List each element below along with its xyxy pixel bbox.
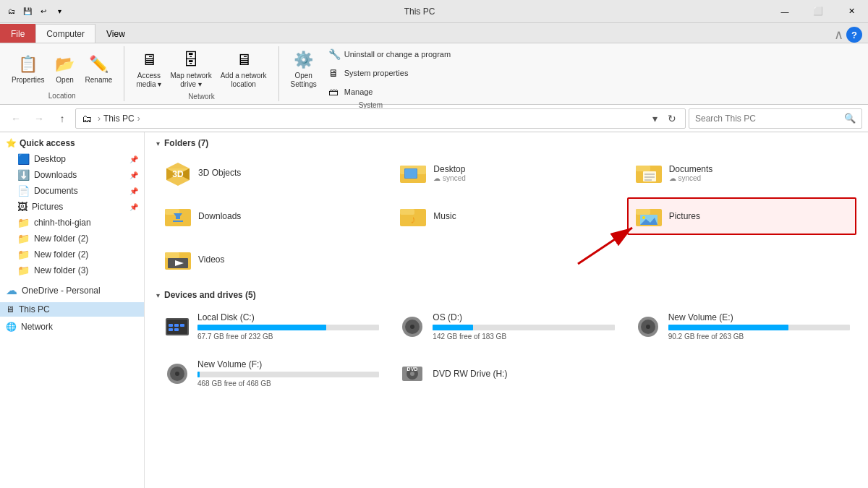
sidebar: ⭐ Quick access 🟦 Desktop 📌 ⬇️ Downloads …	[0, 132, 145, 488]
sidebar-item-new-folder-2b[interactable]: 📁 New folder (2)	[0, 247, 144, 262]
drive-space-c: 67.7 GB free of 232 GB	[197, 333, 379, 341]
undo-icon[interactable]: ↩	[38, 6, 49, 17]
sidebar-item-documents[interactable]: 📄 Documents 📌	[0, 183, 144, 199]
open-settings-button[interactable]: ⚙️ OpenSettings	[288, 46, 320, 91]
open-button[interactable]: 📂 Open	[51, 51, 80, 87]
maximize-button[interactable]: ⬜	[801, 0, 835, 23]
sidebar-section-this-pc: 🖥 This PC	[0, 302, 144, 317]
address-path[interactable]: 🗂 › This PC › ▾ ↻	[75, 108, 686, 129]
svg-point-49	[175, 372, 179, 376]
network-icon: 🌐	[6, 322, 17, 332]
sidebar-item-network[interactable]: 🌐 Network	[0, 320, 144, 334]
drive-item-d[interactable]: OS (D:) 142 GB free of 183 GB	[391, 306, 621, 347]
folder-item-3d-objects[interactable]: 3D 3D Objects	[156, 154, 386, 192]
search-input[interactable]	[695, 114, 844, 124]
folder-item-pictures[interactable]: Pictures	[627, 197, 856, 235]
system-props-button[interactable]: 🖥 System properties	[326, 65, 454, 81]
sidebar-item-onedrive[interactable]: ☁ OneDrive - Personal	[0, 281, 144, 299]
rename-button[interactable]: ✏️ Rename	[82, 51, 116, 87]
save-icon[interactable]: 💾	[22, 6, 33, 17]
map-network-icon: 🗄	[179, 48, 203, 72]
uninstall-label: Uninstall or change a program	[344, 50, 451, 59]
drive-icon-f	[163, 361, 192, 387]
folder-icon-downloads	[163, 203, 192, 229]
folder-item-music[interactable]: ♪ Music	[391, 197, 621, 235]
close-button[interactable]: ✕	[835, 0, 868, 23]
drive-item-c[interactable]: Local Disk (C:) 67.7 GB free of 232 GB	[156, 306, 386, 347]
ribbon-group-system: ⚙️ OpenSettings 🔧 Uninstall or change a …	[285, 46, 463, 101]
window-controls: — ⬜ ✕	[768, 0, 868, 23]
folder-item-downloads[interactable]: Downloads	[156, 197, 386, 235]
sidebar-item-chinh-thoi-gian[interactable]: 📁 chinh-thoi-gian	[0, 215, 144, 231]
uninstall-icon: 🔧	[328, 48, 341, 61]
minimize-button[interactable]: —	[768, 0, 801, 23]
add-network-button[interactable]: 🖥 Add a networklocation	[218, 46, 270, 91]
sidebar-item-new-folder-3[interactable]: 📁 New folder (3)	[0, 262, 144, 278]
help-icon[interactable]: ?	[846, 27, 862, 43]
location-group-label: Location	[48, 92, 76, 101]
refresh-button[interactable]: ↻	[665, 111, 679, 126]
up-button[interactable]: ↑	[52, 108, 72, 129]
tab-view[interactable]: View	[95, 24, 136, 43]
sidebar-item-pictures[interactable]: 🖼 Pictures 📌	[0, 199, 144, 215]
desktop-cloud-sync: ☁ synced	[433, 174, 465, 182]
location-buttons: 📋 Properties 📂 Open ✏️ Rename	[9, 46, 115, 90]
map-network-button[interactable]: 🗄 Map networkdrive ▾	[167, 46, 214, 91]
devices-title: Devices and drives (5)	[164, 290, 256, 300]
folder-name-downloads: Downloads	[198, 211, 241, 221]
folder-icon-videos	[163, 247, 192, 273]
drive-bar-e-container	[668, 325, 850, 330]
folder-icon-3d: 3D	[163, 160, 192, 186]
drive-item-h[interactable]: DVD DVD RW Drive (H:)	[391, 353, 621, 394]
dropdown-icon[interactable]: ▾	[54, 6, 65, 17]
folder-item-desktop[interactable]: Desktop ☁ synced	[391, 154, 621, 192]
collapse-ribbon-icon[interactable]: ∧	[834, 27, 843, 43]
access-media-button[interactable]: 🖥 Accessmedia ▾	[133, 46, 164, 91]
pictures-folder-icon: 🖼	[17, 201, 27, 213]
map-network-label: Map networkdrive ▾	[170, 72, 211, 89]
sidebar-new-folder-3-label: New folder (3)	[34, 265, 88, 275]
path-dropdown-button[interactable]: ▾	[647, 111, 662, 126]
app-icon: 🗂	[6, 6, 17, 17]
folder-item-documents[interactable]: Documents ☁ synced	[627, 154, 856, 192]
drive-info-e: New Volume (E:) 90.2 GB free of 263 GB	[668, 312, 850, 341]
drive-item-e[interactable]: New Volume (E:) 90.2 GB free of 263 GB	[627, 306, 856, 347]
svg-rect-18	[176, 213, 180, 219]
sidebar-item-desktop[interactable]: 🟦 Desktop 📌	[0, 151, 144, 167]
drive-item-f[interactable]: New Volume (F:) 468 GB free of 468 GB	[156, 353, 386, 394]
sidebar-item-downloads[interactable]: ⬇️ Downloads 📌	[0, 167, 144, 183]
folder-item-videos[interactable]: Videos	[156, 241, 386, 278]
drive-bar-c-container	[197, 325, 379, 330]
add-network-icon: 🖥	[232, 48, 255, 72]
quick-access-label: Quick access	[20, 138, 75, 148]
devices-section-header[interactable]: ▾ Devices and drives (5)	[156, 290, 856, 300]
sidebar-item-this-pc[interactable]: 🖥 This PC	[0, 302, 144, 317]
devices-chevron: ▾	[156, 291, 160, 299]
uninstall-button[interactable]: 🔧 Uninstall or change a program	[326, 46, 454, 62]
tab-computer[interactable]: Computer	[35, 24, 95, 43]
sidebar-downloads-label: Downloads	[34, 170, 77, 180]
tab-file[interactable]: File	[0, 24, 35, 43]
folders-section-header[interactable]: ▾ Folders (7)	[156, 138, 856, 148]
folders-chevron: ▾	[156, 140, 160, 147]
properties-button[interactable]: 📋 Properties	[9, 51, 48, 87]
svg-text:3D: 3D	[172, 169, 184, 179]
quick-access-header[interactable]: ⭐ Quick access	[0, 135, 144, 151]
address-bar: ← → ↑ 🗂 › This PC › ▾ ↻ 🔍	[0, 105, 868, 132]
manage-button[interactable]: 🗃 Manage	[326, 84, 454, 100]
window-title: This PC	[71, 7, 768, 17]
network-group-label: Network	[188, 93, 215, 102]
search-box[interactable]: 🔍	[689, 108, 862, 129]
drive-name-h: DVD RW Drive (H:)	[433, 369, 614, 379]
drive-space-e: 90.2 GB free of 263 GB	[668, 333, 850, 341]
folder-icon-desktop	[399, 160, 427, 186]
sidebar-new-folder-2b-label: New folder (2)	[34, 249, 88, 260]
folder-name-desktop: Desktop	[433, 164, 465, 174]
drive-info-f: New Volume (F:) 468 GB free of 468 GB	[197, 359, 379, 388]
system-props-label: System properties	[344, 69, 409, 77]
rename-label: Rename	[85, 76, 113, 85]
back-button[interactable]: ←	[6, 108, 26, 129]
forward-button[interactable]: →	[29, 108, 49, 129]
sidebar-item-new-folder-2a[interactable]: 📁 New folder (2)	[0, 231, 144, 247]
drive-name-d: OS (D:)	[433, 312, 614, 322]
